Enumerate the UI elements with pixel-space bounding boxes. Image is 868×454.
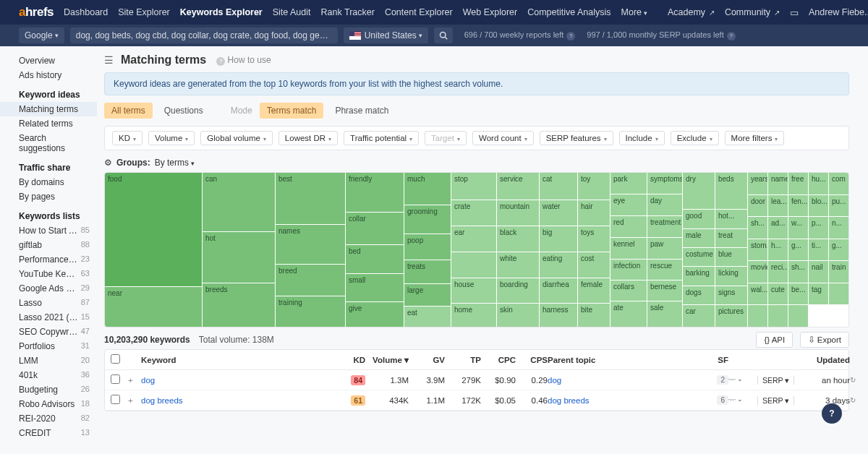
treemap-cell[interactable]: dogs (683, 286, 715, 304)
nav-academy[interactable]: Academy ↗ (668, 7, 715, 17)
tab-phrase-match[interactable]: Phrase match (328, 103, 396, 119)
refresh-icon[interactable]: ↻ (850, 376, 864, 384)
treemap-cell[interactable]: free (788, 173, 808, 194)
filter-lowest-dr[interactable]: Lowest DR (278, 131, 338, 145)
sidebar-matching-terms[interactable]: Matching terms (0, 102, 97, 116)
treemap-cell[interactable]: hot... (715, 210, 747, 228)
treemap-cell[interactable]: be... (788, 283, 808, 305)
treemap-cell[interactable]: treatment (647, 216, 682, 237)
treemap-cell[interactable]: n... (829, 217, 848, 239)
treemap-cell[interactable]: stop (451, 173, 496, 200)
sidebar-ads-history[interactable]: Ads history (0, 68, 97, 82)
refresh-icon[interactable]: ↻ (850, 396, 864, 404)
nav-rank-tracker[interactable]: Rank Tracker (321, 7, 375, 17)
treemap-cell[interactable]: big (540, 226, 577, 252)
treemap-cell[interactable]: service (497, 173, 539, 200)
treemap-cell[interactable]: sale (647, 301, 682, 327)
help-icon[interactable]: ? (566, 32, 575, 40)
sidebar-list-item[interactable]: Google Ads LA...29 (0, 281, 97, 296)
treemap-cell[interactable]: names (276, 225, 345, 264)
col-updated[interactable]: Updated (799, 356, 850, 364)
treemap-cell[interactable]: g... (829, 239, 848, 261)
nav-site-explorer[interactable]: Site Explorer (118, 7, 170, 17)
sidebar-by-domains[interactable]: By domains (0, 175, 97, 189)
treemap-cell[interactable]: movie (748, 261, 767, 283)
treemap-cell[interactable]: male (683, 229, 715, 247)
export-button[interactable]: ⇩ Export (800, 332, 849, 348)
treemap-cell[interactable]: treat (715, 229, 747, 247)
treemap-cell[interactable]: red (610, 216, 647, 237)
treemap-cell[interactable]: training (276, 296, 345, 327)
sidebar-list-item[interactable]: Portfolios31 (0, 339, 97, 354)
treemap-cell[interactable]: wal... (748, 283, 767, 305)
search-engine-select[interactable]: Google (19, 27, 64, 43)
treemap-cell[interactable]: eat (404, 307, 451, 327)
nav-community[interactable]: Community ↗ (725, 7, 780, 17)
treemap-cell[interactable]: stom... (748, 239, 767, 261)
serp-button[interactable]: SERP ▾ (757, 376, 794, 385)
col-volume[interactable]: Volume ▾ (365, 355, 409, 365)
treemap-cell[interactable]: infection (610, 260, 647, 280)
treemap-cell[interactable]: hot (203, 232, 275, 282)
treemap-cell[interactable]: friendly (346, 173, 404, 212)
sidebar-list-item[interactable]: Lasso87 (0, 296, 97, 310)
col-kd[interactable]: KD (336, 356, 365, 364)
treemap-cell[interactable]: sh... (748, 217, 767, 239)
nav-web-explorer[interactable]: Web Explorer (463, 7, 518, 17)
treemap-cell[interactable]: paw (647, 238, 682, 258)
filter-more-filters[interactable]: More filters (725, 131, 785, 145)
treemap-cell[interactable]: g... (788, 239, 808, 261)
trend-chart-icon[interactable]: 〰 ▾ (728, 396, 757, 404)
treemap-cell[interactable]: day (647, 194, 682, 215)
api-button[interactable]: {} API (756, 332, 793, 348)
treemap-cell[interactable]: costume (683, 248, 715, 266)
treemap-cell[interactable]: blue (715, 248, 747, 266)
row-checkbox[interactable] (111, 374, 120, 384)
treemap-cell[interactable]: boarding (497, 278, 539, 303)
treemap-cell[interactable]: near (105, 287, 202, 327)
sidebar-list-item[interactable]: REI-202082 (0, 411, 97, 426)
treemap-cell[interactable]: can (203, 173, 275, 231)
treemap-cell[interactable]: com (829, 173, 848, 194)
treemap-cell[interactable]: bite (578, 304, 610, 327)
treemap-cell[interactable]: poop (404, 234, 451, 260)
treemap-cell[interactable]: good (683, 210, 715, 228)
treemap-cell[interactable]: kennel (610, 238, 647, 258)
treemap-cell[interactable]: treats (404, 260, 451, 283)
sidebar-list-item[interactable]: YouTube Keyw...63 (0, 267, 97, 281)
treemap-cell[interactable]: pu... (829, 195, 848, 217)
sidebar-list-item[interactable]: giftlab88 (0, 238, 97, 252)
treemap-cell[interactable]: lea... (768, 195, 788, 217)
treemap-cell[interactable]: eating (540, 252, 577, 277)
treemap-cell[interactable]: name (768, 173, 788, 194)
treemap-cell[interactable]: toy (578, 173, 610, 200)
treemap-cell[interactable]: ti... (809, 239, 828, 261)
col-keyword[interactable]: Keyword (141, 356, 336, 364)
parent-topic-link[interactable]: dog (548, 376, 692, 385)
treemap-cell[interactable]: diarrhea (540, 278, 577, 303)
treemap-cell[interactable]: reci... (768, 261, 788, 283)
treemap-cell[interactable]: beds (715, 173, 747, 209)
keyword-link[interactable]: dog breeds (141, 396, 336, 405)
treemap-cell[interactable]: sh... (788, 261, 808, 283)
treemap-cell[interactable]: cost (578, 252, 610, 277)
treemap-cell[interactable]: h... (768, 239, 788, 261)
treemap-cell[interactable]: ate (610, 301, 647, 327)
treemap-cell[interactable]: w... (788, 217, 808, 239)
notifications-icon[interactable]: ▭ (790, 7, 799, 18)
treemap-cell[interactable]: collars (610, 280, 647, 301)
treemap-cell[interactable]: crate (451, 200, 496, 226)
treemap-cell[interactable]: car (683, 305, 715, 327)
treemap-cell[interactable]: house (451, 278, 496, 303)
treemap-cell[interactable] (788, 305, 808, 327)
country-select[interactable]: United States (344, 27, 428, 43)
treemap-cell[interactable]: much (404, 173, 451, 205)
treemap-cell[interactable] (768, 305, 788, 327)
settings-icon[interactable]: ⚙ (104, 158, 112, 168)
select-all-checkbox[interactable] (111, 354, 120, 364)
treemap-cell[interactable]: p... (809, 217, 828, 239)
trend-chart-icon[interactable]: 〰 ▾ (728, 376, 757, 384)
nav-keywords-explorer[interactable]: Keywords Explorer (180, 7, 263, 17)
treemap-cell[interactable]: give (346, 302, 404, 327)
sidebar-list-item[interactable]: How to Start A...85 (0, 223, 97, 238)
